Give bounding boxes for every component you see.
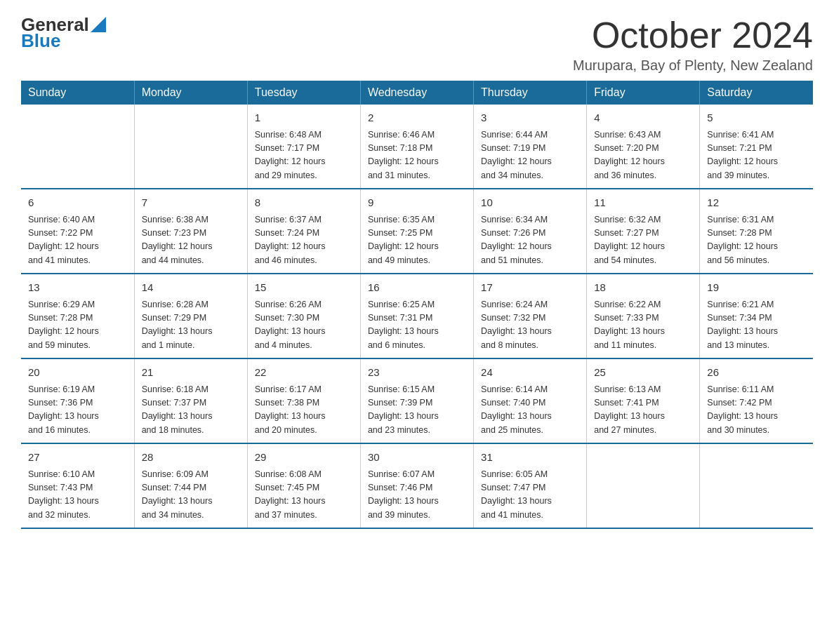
- day-number: 7: [142, 195, 240, 211]
- calendar-week-row: 13Sunrise: 6:29 AM Sunset: 7:28 PM Dayli…: [21, 274, 813, 358]
- day-number: 6: [28, 195, 127, 211]
- day-number: 21: [142, 365, 240, 381]
- calendar-cell: [134, 105, 247, 189]
- day-number: 20: [28, 365, 127, 381]
- calendar-cell: 27Sunrise: 6:10 AM Sunset: 7:43 PM Dayli…: [21, 443, 134, 528]
- day-number: 31: [481, 450, 579, 466]
- calendar-cell: 17Sunrise: 6:24 AM Sunset: 7:32 PM Dayli…: [474, 274, 587, 358]
- day-number: 29: [255, 450, 353, 466]
- calendar-cell: 4Sunrise: 6:43 AM Sunset: 7:20 PM Daylig…: [587, 105, 700, 189]
- calendar-cell: 12Sunrise: 6:31 AM Sunset: 7:28 PM Dayli…: [700, 189, 813, 274]
- day-info: Sunrise: 6:22 AM Sunset: 7:33 PM Dayligh…: [594, 298, 692, 353]
- day-info: Sunrise: 6:09 AM Sunset: 7:44 PM Dayligh…: [142, 468, 240, 523]
- day-info: Sunrise: 6:11 AM Sunset: 7:42 PM Dayligh…: [707, 383, 806, 438]
- day-number: 4: [594, 110, 692, 126]
- calendar-week-row: 6Sunrise: 6:40 AM Sunset: 7:22 PM Daylig…: [21, 189, 813, 274]
- day-info: Sunrise: 6:08 AM Sunset: 7:45 PM Dayligh…: [255, 468, 353, 523]
- day-number: 10: [481, 195, 579, 211]
- day-number: 25: [594, 365, 692, 381]
- calendar-cell: 16Sunrise: 6:25 AM Sunset: 7:31 PM Dayli…: [360, 274, 473, 358]
- day-info: Sunrise: 6:37 AM Sunset: 7:24 PM Dayligh…: [255, 213, 353, 268]
- header-tuesday: Tuesday: [247, 81, 360, 105]
- day-info: Sunrise: 6:44 AM Sunset: 7:19 PM Dayligh…: [481, 128, 579, 183]
- calendar-week-row: 20Sunrise: 6:19 AM Sunset: 7:36 PM Dayli…: [21, 358, 813, 443]
- calendar-week-row: 1Sunrise: 6:48 AM Sunset: 7:17 PM Daylig…: [21, 105, 813, 189]
- month-title: October 2024: [573, 14, 813, 56]
- calendar-cell: 11Sunrise: 6:32 AM Sunset: 7:27 PM Dayli…: [587, 189, 700, 274]
- logo: General Blue: [21, 14, 106, 52]
- calendar-cell: 22Sunrise: 6:17 AM Sunset: 7:38 PM Dayli…: [247, 358, 360, 443]
- day-info: Sunrise: 6:17 AM Sunset: 7:38 PM Dayligh…: [255, 383, 353, 438]
- day-info: Sunrise: 6:07 AM Sunset: 7:46 PM Dayligh…: [368, 468, 466, 523]
- day-info: Sunrise: 6:29 AM Sunset: 7:28 PM Dayligh…: [28, 298, 127, 353]
- calendar-cell: 8Sunrise: 6:37 AM Sunset: 7:24 PM Daylig…: [247, 189, 360, 274]
- day-number: 16: [368, 280, 466, 296]
- day-number: 24: [481, 365, 579, 381]
- day-info: Sunrise: 6:26 AM Sunset: 7:30 PM Dayligh…: [255, 298, 353, 353]
- header-saturday: Saturday: [700, 81, 813, 105]
- day-info: Sunrise: 6:48 AM Sunset: 7:17 PM Dayligh…: [255, 128, 353, 183]
- header-monday: Monday: [134, 81, 247, 105]
- day-info: Sunrise: 6:18 AM Sunset: 7:37 PM Dayligh…: [142, 383, 240, 438]
- calendar-cell: 14Sunrise: 6:28 AM Sunset: 7:29 PM Dayli…: [134, 274, 247, 358]
- day-number: 19: [707, 280, 806, 296]
- calendar-week-row: 27Sunrise: 6:10 AM Sunset: 7:43 PM Dayli…: [21, 443, 813, 528]
- calendar-cell: [21, 105, 134, 189]
- day-number: 13: [28, 280, 127, 296]
- header-wednesday: Wednesday: [360, 81, 473, 105]
- day-number: 18: [594, 280, 692, 296]
- day-info: Sunrise: 6:32 AM Sunset: 7:27 PM Dayligh…: [594, 213, 692, 268]
- calendar-cell: 25Sunrise: 6:13 AM Sunset: 7:41 PM Dayli…: [587, 358, 700, 443]
- calendar-cell: [587, 443, 700, 528]
- day-info: Sunrise: 6:28 AM Sunset: 7:29 PM Dayligh…: [142, 298, 240, 353]
- svg-marker-0: [91, 17, 106, 32]
- day-number: 14: [142, 280, 240, 296]
- day-info: Sunrise: 6:43 AM Sunset: 7:20 PM Dayligh…: [594, 128, 692, 183]
- day-info: Sunrise: 6:40 AM Sunset: 7:22 PM Dayligh…: [28, 213, 127, 268]
- day-info: Sunrise: 6:24 AM Sunset: 7:32 PM Dayligh…: [481, 298, 579, 353]
- calendar-cell: 15Sunrise: 6:26 AM Sunset: 7:30 PM Dayli…: [247, 274, 360, 358]
- day-number: 27: [28, 450, 127, 466]
- calendar-cell: 30Sunrise: 6:07 AM Sunset: 7:46 PM Dayli…: [360, 443, 473, 528]
- calendar-cell: 19Sunrise: 6:21 AM Sunset: 7:34 PM Dayli…: [700, 274, 813, 358]
- calendar-cell: 13Sunrise: 6:29 AM Sunset: 7:28 PM Dayli…: [21, 274, 134, 358]
- day-info: Sunrise: 6:38 AM Sunset: 7:23 PM Dayligh…: [142, 213, 240, 268]
- logo-triangle-icon: [91, 17, 106, 32]
- location: Murupara, Bay of Plenty, New Zealand: [573, 58, 813, 74]
- calendar-cell: 23Sunrise: 6:15 AM Sunset: 7:39 PM Dayli…: [360, 358, 473, 443]
- day-info: Sunrise: 6:15 AM Sunset: 7:39 PM Dayligh…: [368, 383, 466, 438]
- day-info: Sunrise: 6:46 AM Sunset: 7:18 PM Dayligh…: [368, 128, 466, 183]
- header-sunday: Sunday: [21, 81, 134, 105]
- day-number: 8: [255, 195, 353, 211]
- calendar-cell: 28Sunrise: 6:09 AM Sunset: 7:44 PM Dayli…: [134, 443, 247, 528]
- day-info: Sunrise: 6:05 AM Sunset: 7:47 PM Dayligh…: [481, 468, 579, 523]
- day-info: Sunrise: 6:19 AM Sunset: 7:36 PM Dayligh…: [28, 383, 127, 438]
- day-info: Sunrise: 6:10 AM Sunset: 7:43 PM Dayligh…: [28, 468, 127, 523]
- calendar-cell: 7Sunrise: 6:38 AM Sunset: 7:23 PM Daylig…: [134, 189, 247, 274]
- day-number: 11: [594, 195, 692, 211]
- logo-blue: Blue: [21, 30, 60, 52]
- calendar-cell: 5Sunrise: 6:41 AM Sunset: 7:21 PM Daylig…: [700, 105, 813, 189]
- calendar-cell: 24Sunrise: 6:14 AM Sunset: 7:40 PM Dayli…: [474, 358, 587, 443]
- calendar-header-row: SundayMondayTuesdayWednesdayThursdayFrid…: [21, 81, 813, 105]
- day-info: Sunrise: 6:34 AM Sunset: 7:26 PM Dayligh…: [481, 213, 579, 268]
- day-number: 30: [368, 450, 466, 466]
- day-number: 9: [368, 195, 466, 211]
- title-section: October 2024 Murupara, Bay of Plenty, Ne…: [573, 14, 813, 74]
- day-info: Sunrise: 6:14 AM Sunset: 7:40 PM Dayligh…: [481, 383, 579, 438]
- day-number: 26: [707, 365, 806, 381]
- calendar-cell: 20Sunrise: 6:19 AM Sunset: 7:36 PM Dayli…: [21, 358, 134, 443]
- calendar-cell: 6Sunrise: 6:40 AM Sunset: 7:22 PM Daylig…: [21, 189, 134, 274]
- day-info: Sunrise: 6:21 AM Sunset: 7:34 PM Dayligh…: [707, 298, 806, 353]
- day-number: 22: [255, 365, 353, 381]
- calendar-cell: [700, 443, 813, 528]
- day-info: Sunrise: 6:13 AM Sunset: 7:41 PM Dayligh…: [594, 383, 692, 438]
- day-number: 23: [368, 365, 466, 381]
- calendar-cell: 9Sunrise: 6:35 AM Sunset: 7:25 PM Daylig…: [360, 189, 473, 274]
- day-number: 5: [707, 110, 806, 126]
- calendar-table: SundayMondayTuesdayWednesdayThursdayFrid…: [21, 81, 813, 529]
- calendar-cell: 18Sunrise: 6:22 AM Sunset: 7:33 PM Dayli…: [587, 274, 700, 358]
- day-number: 1: [255, 110, 353, 126]
- day-info: Sunrise: 6:35 AM Sunset: 7:25 PM Dayligh…: [368, 213, 466, 268]
- calendar-cell: 2Sunrise: 6:46 AM Sunset: 7:18 PM Daylig…: [360, 105, 473, 189]
